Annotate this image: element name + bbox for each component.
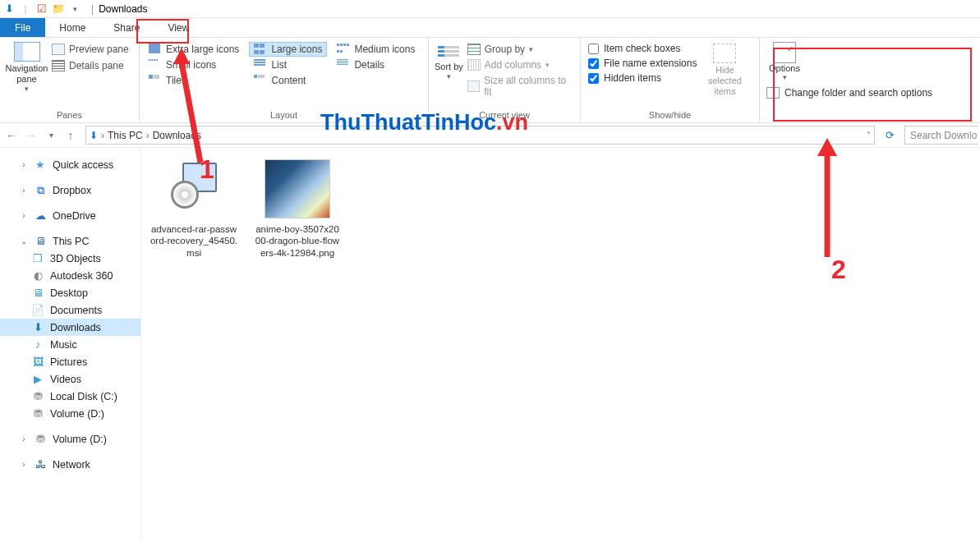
tab-view[interactable]: View [154, 18, 203, 37]
file-name-extensions-checkbox[interactable]: File name extensions [588, 57, 697, 69]
autodesk-icon: ◐ [31, 269, 44, 282]
tab-share[interactable]: Share [99, 18, 154, 37]
nav-videos[interactable]: ▶Videos [0, 370, 140, 388]
details-pane-icon [52, 60, 65, 71]
details-pane-button[interactable]: Details pane [49, 58, 131, 73]
tab-file[interactable]: File [0, 18, 45, 37]
nav-desktop[interactable]: 🖥Desktop [0, 284, 140, 301]
nav-this-pc-label: This PC [53, 236, 89, 247]
nav-dropbox[interactable]: ›⧉Dropbox [0, 181, 140, 199]
recent-locations-button[interactable]: ▾ [41, 126, 61, 145]
down-arrow-icon[interactable]: ⬇ [2, 2, 16, 16]
list-icon [254, 59, 267, 71]
watermark-text: ThuThuatTinHoc.vn [320, 110, 528, 136]
list-label: List [271, 59, 287, 71]
computer-icon: 🖥 [34, 235, 47, 248]
file-item-msi[interactable]: advanced-rar-password-recovery_45450.msi [150, 159, 238, 259]
search-input[interactable]: Search Downlo [904, 126, 978, 145]
expand-icon[interactable]: › [20, 186, 28, 195]
navigation-pane-button[interactable]: Navigation pane ▾ [4, 40, 49, 93]
navigation-pane-icon [14, 42, 40, 62]
nav-onedrive[interactable]: ›☁OneDrive [0, 207, 140, 224]
ribbon-tabs: File Home Share View [0, 18, 980, 38]
large-icon [254, 44, 267, 55]
forward-button[interactable]: → [21, 126, 41, 145]
options-label: Options [764, 63, 805, 73]
small-icon [149, 59, 162, 71]
hide-selected-items-button[interactable]: Hide selected items [700, 40, 749, 98]
group-by-icon [467, 44, 481, 55]
svg-line-1 [182, 62, 200, 163]
tab-home[interactable]: Home [45, 18, 99, 37]
nav-autodesk-label: Autodesk 360 [50, 270, 113, 282]
ribbon-group-panes: Navigation pane ▾ Preview pane Details p… [0, 38, 140, 122]
expand-icon[interactable]: › [20, 160, 28, 169]
nav-pictures[interactable]: 🖼Pictures [0, 353, 140, 370]
back-button[interactable]: ← [2, 126, 21, 145]
navigation-tree: ›★Quick access ›⧉Dropbox ›☁OneDrive ⌄🖥Th… [0, 148, 141, 540]
qat-customize-icon[interactable]: ▾ [68, 2, 81, 16]
medium-icon [337, 44, 350, 55]
up-button[interactable]: ↑ [61, 126, 81, 145]
expand-icon[interactable]: › [20, 211, 28, 220]
layout-large-icons[interactable]: Large icons [249, 42, 327, 57]
group-by-button[interactable]: Group by ▾ [465, 42, 576, 57]
collapse-icon[interactable]: ⌄ [20, 237, 28, 246]
downloads-icon: ⬇ [31, 321, 44, 334]
nav-this-pc[interactable]: ⌄🖥This PC [0, 232, 140, 250]
size-all-columns-button[interactable]: Size all columns to fit [465, 73, 576, 99]
expand-icon[interactable]: › [20, 434, 28, 443]
details-label: Details [354, 59, 384, 71]
sort-by-button[interactable]: Sort by ▾ [433, 40, 465, 80]
layout-list[interactable]: List [249, 57, 327, 72]
checkbox-checked-icon[interactable]: ☑ [35, 2, 48, 16]
nav-3d-objects[interactable]: ❒3D Objects [0, 250, 140, 267]
group-by-label: Group by [485, 44, 525, 55]
file-list[interactable]: advanced-rar-password-recovery_45450.msi… [141, 148, 980, 540]
nav-vol-d1-label: Volume (D:) [50, 408, 104, 420]
show-hide-group-label: Show/hide [585, 109, 755, 122]
nav-network[interactable]: ›🖧Network [0, 456, 140, 473]
hidden-items-checkbox[interactable]: Hidden items [588, 72, 697, 84]
nav-downloads-label: Downloads [50, 322, 101, 333]
add-columns-icon [467, 59, 481, 71]
navigation-pane-label: Navigation pane [4, 63, 49, 85]
nav-documents[interactable]: 📄Documents [0, 301, 140, 319]
desktop-icon: 🖥 [31, 287, 44, 300]
change-folder-icon [766, 87, 780, 99]
chevron-right-icon: › [101, 130, 104, 141]
nav-quick-access[interactable]: ›★Quick access [0, 156, 140, 173]
address-dropdown-icon[interactable]: ˅ [867, 131, 871, 140]
options-button[interactable]: Options ▾ [764, 40, 805, 81]
chevron-right-icon: › [146, 130, 150, 141]
nav-volume-d-2[interactable]: ›⛃Volume (D:) [0, 430, 140, 448]
file-item-png[interactable]: anime-boy-3507x2000-dragon-blue-flowers-… [253, 159, 342, 259]
nav-volume-d-1[interactable]: ⛃Volume (D:) [0, 405, 140, 422]
cloud-icon: ☁ [34, 209, 47, 223]
preview-pane-label: Preview pane [69, 44, 129, 55]
expand-icon[interactable]: › [20, 460, 28, 469]
nav-autodesk[interactable]: ◐Autodesk 360 [0, 267, 140, 284]
layout-content[interactable]: Content [249, 73, 327, 88]
nav-music[interactable]: ♪Music [0, 336, 140, 353]
annotation-number-1: 1 [200, 154, 214, 185]
folder-icon[interactable]: 📁 [52, 2, 65, 16]
file-name-1: advanced-rar-password-recovery_45450.msi [150, 223, 238, 259]
add-columns-button[interactable]: Add columns ▾ [465, 57, 576, 72]
preview-pane-button[interactable]: Preview pane [49, 42, 131, 57]
content-icon [254, 75, 267, 86]
file-name-2: anime-boy-3507x2000-dragon-blue-flowers-… [253, 223, 342, 259]
item-check-boxes-checkbox[interactable]: Item check boxes [588, 43, 697, 54]
sort-by-label: Sort by [433, 62, 465, 72]
change-folder-options-item[interactable]: Change folder and search options [764, 85, 935, 101]
layout-medium-icons[interactable]: Medium icons [332, 42, 420, 57]
nav-3d-label: 3D Objects [50, 253, 101, 264]
nav-network-label: Network [53, 459, 90, 471]
nav-local-disk-c[interactable]: ⛃Local Disk (C:) [0, 388, 140, 405]
layout-details[interactable]: Details [332, 57, 420, 72]
nav-downloads[interactable]: ⬇Downloads [0, 319, 140, 336]
refresh-button[interactable]: ⟳ [880, 129, 899, 141]
breadcrumb-this-pc[interactable]: This PC [108, 130, 143, 141]
nav-desktop-label: Desktop [50, 287, 88, 299]
document-icon: 📄 [31, 304, 44, 317]
